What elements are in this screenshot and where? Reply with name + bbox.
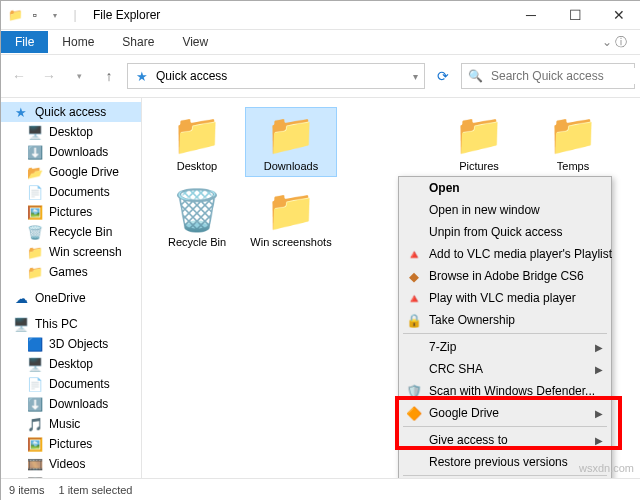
window: 📁 ▫ ▾ | File Explorer ─ ☐ ✕ File Home Sh…	[0, 0, 640, 500]
recycle-icon: 🗑️	[27, 224, 43, 240]
sidebar-quick-access[interactable]: ★Quick access	[1, 102, 141, 122]
pictures-icon: 🖼️	[27, 204, 43, 220]
folder-icon: 📁	[27, 264, 43, 280]
sidebar-onedrive[interactable]: ☁OneDrive	[1, 288, 141, 308]
file-pictures[interactable]: 📁Pictures	[434, 108, 524, 176]
sidebar-item-documents-pc[interactable]: 📄Documents	[1, 374, 141, 394]
menu-view[interactable]: View	[168, 31, 222, 53]
bridge-icon: ◆	[405, 267, 423, 285]
cm-separator	[403, 333, 607, 334]
3d-icon: 🟦	[27, 336, 43, 352]
vlc-icon: 🔺	[405, 289, 423, 307]
menubar: File Home Share View ⌄ ⓘ	[1, 30, 640, 55]
menu-share[interactable]: Share	[108, 31, 168, 53]
sidebar-item-documents[interactable]: 📄Documents	[1, 182, 141, 202]
forward-button[interactable]: →	[37, 64, 61, 88]
file-desktop[interactable]: 📁Desktop	[152, 108, 242, 176]
status-bar: 9 items 1 item selected	[1, 478, 640, 500]
cm-unpin[interactable]: Unpin from Quick access	[399, 221, 611, 243]
maximize-button[interactable]: ☐	[553, 1, 597, 29]
cm-separator	[403, 475, 607, 476]
desktop-icon: 🖥️	[27, 124, 43, 140]
documents-icon: 📄	[27, 376, 43, 392]
gdrive-icon: 🔶	[405, 404, 423, 422]
up-button[interactable]: ↑	[97, 64, 121, 88]
sidebar: ★Quick access 🖥️Desktop ⬇️Downloads 📂Goo…	[1, 98, 142, 478]
cm-crc-sha[interactable]: CRC SHA▶	[399, 358, 611, 380]
ribbon-expand-icon[interactable]: ⌄ ⓘ	[588, 30, 640, 55]
videos-icon: 🎞️	[27, 456, 43, 472]
context-menu: Open Open in new window Unpin from Quick…	[398, 176, 612, 478]
star-icon: ★	[13, 104, 29, 120]
sidebar-item-videos[interactable]: 🎞️Videos	[1, 454, 141, 474]
sidebar-item-desktop[interactable]: 🖥️Desktop	[1, 122, 141, 142]
chevron-right-icon: ▶	[595, 408, 603, 419]
sidebar-label: Quick access	[35, 105, 106, 119]
file-temps[interactable]: 📁Temps	[528, 108, 618, 176]
address-box[interactable]: ★ Quick access ▾	[127, 63, 425, 89]
cm-defender[interactable]: 🛡️Scan with Windows Defender...	[399, 380, 611, 402]
search-input[interactable]	[489, 68, 640, 84]
file-downloads[interactable]: 📁Downloads	[246, 108, 336, 176]
file-win-screenshots[interactable]: 📁Win screenshots	[246, 184, 336, 252]
qat-icon[interactable]: ▫	[27, 7, 43, 23]
chevron-right-icon: ▶	[595, 364, 603, 375]
desktop-icon: 🖥️	[27, 356, 43, 372]
cm-google-drive[interactable]: 🔶Google Drive▶	[399, 402, 611, 424]
music-icon: 🎵	[27, 416, 43, 432]
sidebar-item-downloads[interactable]: ⬇️Downloads	[1, 142, 141, 162]
cm-give-access[interactable]: Give access to▶	[399, 429, 611, 451]
content-pane[interactable]: 📁Desktop 📁Downloads 📁 📁Pictures 📁Temps 🗑…	[142, 98, 640, 478]
sidebar-item-win-screensh[interactable]: 📁Win screensh	[1, 242, 141, 262]
cm-open[interactable]: Open	[399, 177, 611, 199]
quick-access-icon: ★	[134, 68, 150, 84]
sidebar-item-pictures-pc[interactable]: 🖼️Pictures	[1, 434, 141, 454]
shield-icon: 🛡️	[405, 382, 423, 400]
file-recycle-bin[interactable]: 🗑️Recycle Bin	[152, 184, 242, 252]
search-icon: 🔍	[468, 69, 483, 83]
cm-open-new-window[interactable]: Open in new window	[399, 199, 611, 221]
folder-large-icon: 📁	[263, 112, 319, 156]
search-box[interactable]: 🔍	[461, 63, 635, 89]
sidebar-item-downloads-pc[interactable]: ⬇️Downloads	[1, 394, 141, 414]
close-button[interactable]: ✕	[597, 1, 640, 29]
qat-dropdown-icon[interactable]: ▾	[47, 7, 63, 23]
cm-take-ownership[interactable]: 🔒Take Ownership	[399, 309, 611, 331]
status-item-count: 9 items	[9, 484, 44, 496]
sidebar-item-desktop-pc[interactable]: 🖥️Desktop	[1, 354, 141, 374]
vlc-icon: 🔺	[405, 245, 423, 263]
recent-dropdown-icon[interactable]: ▾	[67, 64, 91, 88]
file-tab[interactable]: File	[1, 31, 48, 53]
cm-adobe-bridge[interactable]: ◆Browse in Adobe Bridge CS6	[399, 265, 611, 287]
sidebar-item-music[interactable]: 🎵Music	[1, 414, 141, 434]
refresh-button[interactable]: ⟳	[431, 64, 455, 88]
folder-icon: 📂	[27, 164, 43, 180]
downloads-icon: ⬇️	[27, 144, 43, 160]
documents-icon: 📄	[27, 184, 43, 200]
chevron-right-icon: ▶	[595, 342, 603, 353]
lock-icon: 🔒	[405, 311, 423, 329]
menu-home[interactable]: Home	[48, 31, 108, 53]
onedrive-icon: ☁	[13, 290, 29, 306]
cm-vlc-playlist[interactable]: 🔺Add to VLC media player's Playlist	[399, 243, 611, 265]
folder-large-icon: 📁	[545, 112, 601, 156]
sidebar-item-games[interactable]: 📁Games	[1, 262, 141, 282]
sidebar-item-google-drive[interactable]: 📂Google Drive	[1, 162, 141, 182]
sidebar-item-3d-objects[interactable]: 🟦3D Objects	[1, 334, 141, 354]
back-button[interactable]: ←	[7, 64, 31, 88]
sidebar-this-pc[interactable]: 🖥️This PC	[1, 314, 141, 334]
folder-icon: 📁	[27, 244, 43, 260]
sidebar-item-pictures[interactable]: 🖼️Pictures	[1, 202, 141, 222]
cm-7zip[interactable]: 7-Zip▶	[399, 336, 611, 358]
minimize-button[interactable]: ─	[509, 1, 553, 29]
titlebar: 📁 ▫ ▾ | File Explorer ─ ☐ ✕	[1, 1, 640, 30]
address-bar: ← → ▾ ↑ ★ Quick access ▾ ⟳ 🔍	[1, 55, 640, 98]
folder-large-icon: 📁	[169, 112, 225, 156]
sidebar-item-recycle-bin[interactable]: 🗑️Recycle Bin	[1, 222, 141, 242]
explorer-icon: 📁	[7, 7, 23, 23]
folder-large-icon: 📁	[263, 188, 319, 232]
downloads-icon: ⬇️	[27, 396, 43, 412]
divider-icon: |	[67, 7, 83, 23]
address-dropdown-icon[interactable]: ▾	[413, 71, 418, 82]
cm-vlc-play[interactable]: 🔺Play with VLC media player	[399, 287, 611, 309]
